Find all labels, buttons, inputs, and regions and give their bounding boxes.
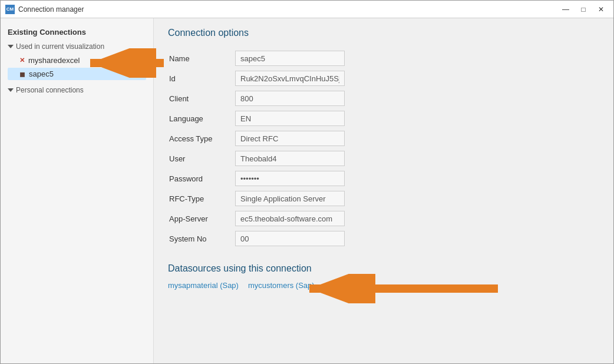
field-label-8: App-Server (169, 209, 234, 228)
form-row-system-no: System No (169, 229, 598, 248)
field-input-language[interactable] (235, 111, 345, 126)
form-row-name: Name (169, 49, 598, 68)
left-panel: Existing Connections Used in current vis… (1, 18, 154, 363)
collapse-icon[interactable] (8, 45, 14, 48)
field-label-2: Client (169, 89, 234, 108)
connection-form: NameIdClientLanguageAccess TypeUserPassw… (168, 48, 599, 249)
connection-item-sapec5[interactable]: ◼ sapec5 (8, 68, 146, 80)
form-row-access-type: Access Type (169, 129, 598, 148)
minimize-button[interactable]: — (558, 4, 573, 15)
window-controls: — □ ✕ (558, 4, 609, 15)
app-icon: CM (5, 5, 15, 14)
field-label-4: Access Type (169, 129, 234, 148)
datasource-link-mysapmaterial[interactable]: mysapmaterial (Sap) (168, 281, 239, 290)
close-button[interactable]: ✕ (593, 4, 609, 15)
maximize-button[interactable]: □ (576, 4, 591, 15)
datasources-title: Datasources using this connection (168, 263, 599, 274)
field-label-5: User (169, 149, 234, 168)
connection-label-sapec5: sapec5 (29, 70, 54, 78)
field-input-name[interactable] (235, 51, 345, 66)
field-label-9: System No (169, 229, 234, 248)
datasource-links: mysapmaterial (Sap) mycustomers (Sap) (168, 281, 315, 290)
field-label-0: Name (169, 49, 234, 68)
field-label-3: Language (169, 109, 234, 128)
form-row-rfc-type: RFC-Type (169, 189, 598, 208)
main-window: CM Connection manager — □ ✕ Existing Con… (0, 0, 614, 364)
field-label-1: Id (169, 69, 234, 88)
form-row-client: Client (169, 89, 598, 108)
connection-item-mysharedexcel[interactable]: ✕ mysharedexcel (8, 54, 146, 67)
field-label-7: RFC-Type (169, 189, 234, 208)
title-bar-left: CM Connection manager (5, 5, 84, 14)
existing-connections-title: Existing Connections (8, 28, 146, 37)
field-input-id[interactable] (235, 71, 345, 86)
sap-icon: ◼ (19, 70, 25, 78)
x-icon: ✕ (19, 57, 25, 64)
collapse-personal-icon[interactable] (8, 88, 14, 92)
connection-options-title: Connection options (168, 28, 599, 38)
form-row-id: Id (169, 69, 598, 88)
field-input-access-type[interactable] (235, 131, 345, 146)
field-label-6: Password (169, 169, 234, 188)
field-input-password[interactable] (235, 171, 345, 186)
field-input-rfc-type[interactable] (235, 191, 345, 206)
personal-connections-group: Personal connections (8, 86, 146, 94)
main-content: Existing Connections Used in current vis… (1, 18, 613, 363)
field-input-system-no[interactable] (235, 231, 345, 246)
form-row-user: User (169, 149, 598, 168)
form-row-password: Password (169, 169, 598, 188)
title-bar: CM Connection manager — □ ✕ (1, 1, 613, 18)
form-row-app-server: App-Server (169, 209, 598, 228)
field-input-client[interactable] (235, 91, 345, 106)
field-input-app-server[interactable] (235, 211, 345, 226)
arrow-annotation-right (303, 274, 504, 303)
field-input-user[interactable] (235, 151, 345, 166)
form-row-language: Language (169, 109, 598, 128)
datasource-link-mycustomers[interactable]: mycustomers (Sap) (248, 281, 315, 290)
used-connections-group: Used in current visualization (8, 42, 146, 51)
datasources-section: Datasources using this connection mysapm… (168, 263, 599, 290)
connection-label-mysharedexcel: mysharedexcel (28, 56, 80, 65)
window-title: Connection manager (18, 5, 84, 14)
right-panel: Connection options NameIdClientLanguageA… (154, 18, 613, 363)
